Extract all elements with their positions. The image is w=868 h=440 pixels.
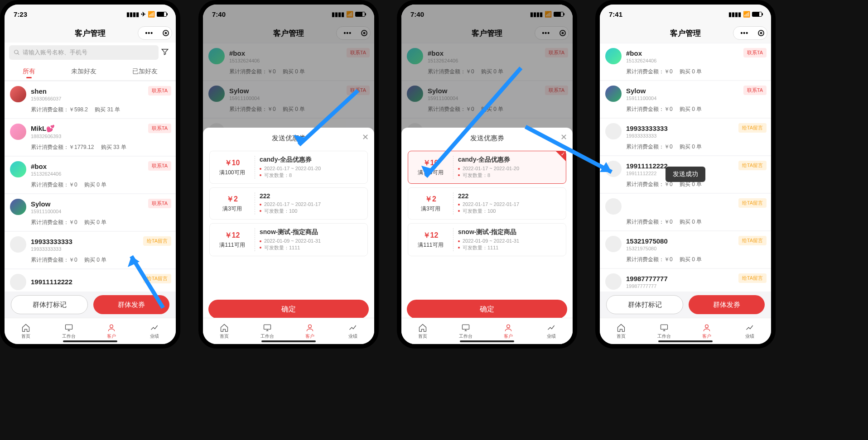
customer-card[interactable]: Sylow 15911100004 联系TA 累计消费金额：￥0 购买 0 单 — [5, 194, 176, 231]
search-input[interactable]: 请输入账号名称、手机号 — [9, 45, 159, 60]
trend-icon — [348, 323, 357, 332]
action-badge[interactable]: 联系TA — [148, 124, 171, 133]
customer-card[interactable]: 19933333333 19933333333 给TA留言 累计消费金额：￥0 … — [600, 119, 771, 155]
customer-name: 19987777777 — [626, 275, 668, 282]
customer-card[interactable]: 19933333333 19933333333 给TA留言 累计消费金额：￥0 … — [5, 232, 176, 268]
customer-phone: 19987777777 — [626, 283, 668, 289]
coupon-list[interactable]: ￥10 满100可用 candy-全品优惠券 2022-01-17 ~ 2022… — [208, 151, 369, 256]
screen-1: 7:23 ▮▮▮▮ ✈︎ 📶 客户管理 ••• 请输入账号名称、手机号 所有 未… — [0, 0, 180, 349]
coupon-daterange: 2022-01-17 ~ 2022-01-17 — [458, 201, 561, 207]
action-badge[interactable]: 联系TA — [743, 48, 767, 57]
svg-point-5 — [507, 325, 510, 328]
menu-dots-icon[interactable]: ••• — [141, 29, 158, 37]
coupon-item[interactable]: ￥2 满3可用 222 2022-01-17 ~ 2022-01-17 可发数量… — [209, 187, 368, 220]
customer-summary: 累计消费金额：￥0 购买 0 单 — [605, 105, 766, 113]
close-ring-icon[interactable] — [758, 30, 764, 36]
coupon-name: 222 — [458, 192, 561, 200]
close-icon[interactable]: ✕ — [362, 132, 369, 142]
coupon-condition: 满100可用 — [418, 169, 443, 177]
svg-point-7 — [705, 325, 709, 328]
coupon-item[interactable]: ￥10 满100可用 candy-全品优惠券 2022-01-17 ~ 2022… — [209, 151, 368, 184]
home-icon — [617, 323, 626, 332]
menu-dots-icon[interactable]: ••• — [736, 29, 753, 37]
customer-summary: 累计消费金额：￥0 购买 0 单 — [605, 218, 766, 226]
home-indicator — [261, 340, 316, 342]
tabbar-home[interactable]: 首页 — [5, 318, 48, 344]
customer-card[interactable]: #box 15132624406 联系TA 累计消费金额：￥0 购买 0 单 — [600, 43, 771, 80]
tab-all[interactable]: 所有 — [23, 67, 35, 76]
customer-name: Sylow — [31, 200, 61, 208]
customer-list[interactable]: shen 15930666037 联系TA 累计消费金额：￥598.2 购买 3… — [5, 81, 176, 292]
action-badge[interactable]: 给TA留言 — [738, 198, 767, 208]
tab-not-friend[interactable]: 未加好友 — [71, 67, 96, 76]
close-icon[interactable]: ✕ — [560, 132, 567, 142]
action-badge[interactable]: 给TA留言 — [738, 273, 767, 283]
tabbar-home[interactable]: 首页 — [401, 318, 444, 344]
home-indicator — [658, 340, 713, 342]
coupon-item[interactable]: ￥10 满100可用 candy-全品优惠券 2022-01-17 ~ 2022… — [408, 151, 566, 184]
spend-value: 累计消费金额：￥0 — [31, 219, 77, 225]
tabbar-performance[interactable]: 业绩 — [332, 318, 375, 344]
status-icons: ▮▮▮▮ 📶 — [728, 11, 762, 18]
coupon-quantity: 可发数量：100 — [458, 208, 561, 215]
orders-value: 购买 33 单 — [101, 144, 126, 150]
trend-icon — [150, 323, 159, 332]
close-ring-icon[interactable] — [163, 30, 169, 36]
action-badge[interactable]: 给TA留言 — [738, 161, 767, 170]
screen-2: 7:40 ▮▮▮▮ 📶 客户管理 ••• #box 15132624406 联系… — [198, 0, 379, 349]
status-bar: 7:41 ▮▮▮▮ 📶 — [600, 5, 771, 24]
bulk-tag-button[interactable]: 群体打标记 — [11, 295, 88, 314]
filter-icon[interactable] — [159, 48, 171, 57]
action-badge[interactable]: 给TA留言 — [738, 236, 767, 245]
action-badge[interactable]: 联系TA — [148, 199, 171, 208]
bulk-coupon-button[interactable]: 群体发券 — [689, 295, 765, 314]
customer-card[interactable]: 19987777777 19987777777 给TA留言 — [600, 269, 771, 292]
tab-friend[interactable]: 已加好友 — [132, 67, 158, 76]
tabbar-performance[interactable]: 业绩 — [728, 318, 772, 344]
title-bar: 客户管理 ••• — [600, 24, 771, 43]
mp-capsule[interactable]: ••• — [733, 26, 767, 40]
coupon-sheet: 发送优惠券 ✕ ￥10 满100可用 candy-全品优惠券 2022-01-1… — [203, 128, 374, 344]
mp-capsule[interactable]: ••• — [138, 26, 172, 40]
customer-card[interactable]: shen 15930666037 联系TA 累计消费金额：￥598.2 购买 3… — [5, 81, 176, 118]
coupon-name: snow-测试-指定商品 — [260, 228, 363, 236]
tabbar-home[interactable]: 首页 — [203, 318, 246, 344]
coupon-item[interactable]: ￥12 满111可用 snow-测试-指定商品 2022-01-09 ~ 202… — [408, 223, 566, 256]
orders-value: 购买 0 单 — [84, 182, 106, 188]
home-icon — [220, 323, 229, 332]
status-bar: 7:23 ▮▮▮▮ ✈︎ 📶 — [5, 5, 176, 24]
action-badge[interactable]: 联系TA — [148, 86, 171, 96]
bulk-coupon-button[interactable]: 群体发券 — [93, 295, 169, 314]
coupon-name: candy-全品优惠券 — [260, 156, 363, 164]
customer-name: #box — [626, 49, 656, 57]
customer-card[interactable]: 15321975080 15321975080 给TA留言 累计消费金额：￥0 … — [600, 231, 771, 268]
customer-card[interactable]: #box 15132624406 联系TA 累计消费金额：￥0 购买 0 单 — [5, 157, 176, 193]
coupon-item[interactable]: ￥2 满3可用 222 2022-01-17 ~ 2022-01-17 可发数量… — [408, 187, 566, 220]
tabbar-performance[interactable]: 业绩 — [133, 318, 176, 344]
customer-card[interactable]: Sylow 15911100004 联系TA 累计消费金额：￥0 购买 0 单 — [600, 81, 771, 118]
customer-phone: 15911100004 — [626, 96, 656, 101]
trend-icon — [745, 323, 754, 332]
action-badge[interactable]: 给TA留言 — [738, 123, 767, 133]
customer-summary: 累计消费金额：￥0 购买 0 单 — [10, 181, 170, 189]
orders-value: 购买 0 单 — [84, 257, 106, 263]
bulk-tag-button[interactable]: 群体打标记 — [606, 295, 683, 314]
coupon-condition: 满100可用 — [219, 169, 245, 177]
customer-card[interactable]: MikL💕 18832606393 联系TA 累计消费金额：￥1779.12 购… — [5, 119, 176, 156]
customer-card[interactable]: 19911112222 给TA留言 — [5, 269, 176, 292]
confirm-button[interactable]: 确定 — [407, 300, 567, 319]
avatar — [10, 274, 26, 290]
tabbar-home[interactable]: 首页 — [600, 318, 643, 344]
coupon-list[interactable]: ￥10 满100可用 candy-全品优惠券 2022-01-17 ~ 2022… — [407, 151, 567, 256]
action-badge[interactable]: 联系TA — [743, 86, 767, 95]
action-badge[interactable]: 联系TA — [148, 161, 171, 171]
coupon-item[interactable]: ￥12 满111可用 snow-测试-指定商品 2022-01-09 ~ 202… — [209, 223, 368, 256]
tabbar-performance[interactable]: 业绩 — [530, 318, 573, 344]
confirm-button[interactable]: 确定 — [208, 300, 369, 319]
action-badge[interactable]: 给TA留言 — [143, 236, 171, 246]
spend-value: 累计消费金额：￥0 — [626, 219, 673, 225]
customer-card[interactable]: 给TA留言 累计消费金额：￥0 购买 0 单 — [600, 194, 771, 230]
toast-success: 发送成功 — [665, 167, 705, 182]
action-badge[interactable]: 给TA留言 — [143, 274, 171, 283]
avatar — [605, 123, 622, 139]
